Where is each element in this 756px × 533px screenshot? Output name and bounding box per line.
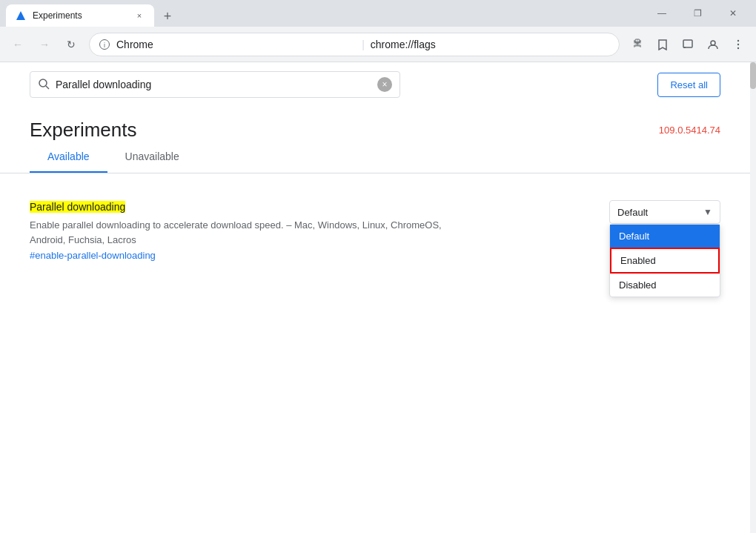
active-tab[interactable]: Experiments × [6, 4, 154, 27]
scrollbar[interactable] [750, 62, 756, 533]
tab-favicon [15, 10, 27, 21]
menu-button[interactable] [726, 33, 750, 56]
security-icon: i [99, 39, 110, 50]
main-content: × Reset all Experiments 109.0.5414.74 Av… [0, 62, 750, 533]
tab-available[interactable]: Available [30, 142, 107, 173]
dropdown-menu: Default Enabled Disabled [609, 224, 720, 297]
cast-button[interactable] [676, 33, 700, 56]
search-input[interactable] [56, 79, 371, 90]
dropdown-option-enabled[interactable]: Enabled [610, 248, 720, 274]
omnibox-url: chrome://flags [371, 39, 610, 50]
experiment-info: Parallel downloading Enable parallel dow… [30, 200, 474, 261]
titlebar: Experiments × + — ❐ ✕ [0, 0, 756, 27]
svg-point-5 [711, 41, 715, 45]
experiments-list: Parallel downloading Enable parallel dow… [0, 173, 750, 288]
search-icon [38, 78, 50, 92]
svg-point-6 [737, 39, 739, 41]
dropdown-button[interactable]: Default ▼ [609, 200, 720, 224]
search-clear-button[interactable]: × [377, 77, 392, 92]
omnibox[interactable]: i Chrome | chrome://flags [89, 33, 620, 56]
back-button[interactable]: ← [6, 33, 30, 56]
tabs: Available Unavailable [30, 142, 720, 173]
toolbar-actions [626, 33, 750, 56]
dropdown-option-disabled[interactable]: Disabled [610, 274, 720, 297]
close-window-button[interactable]: ✕ [716, 4, 750, 22]
tabs-container: Available Unavailable [0, 142, 750, 173]
experiment-link[interactable]: #enable-parallel-downloading [30, 250, 474, 261]
toolbar: ← → ↻ i Chrome | chrome://flags [0, 27, 756, 62]
svg-marker-0 [16, 11, 25, 20]
tab-unavailable[interactable]: Unavailable [107, 142, 197, 173]
forward-button[interactable]: → [33, 33, 56, 56]
svg-line-10 [46, 86, 49, 89]
svg-point-8 [737, 47, 739, 48]
version-text: 109.0.5414.74 [659, 125, 720, 136]
experiment-name: Parallel downloading [30, 201, 125, 213]
scrollbar-thumb[interactable] [750, 62, 756, 89]
svg-point-7 [737, 43, 739, 44]
experiment-description: Enable parallel downloading to accelerat… [30, 218, 474, 247]
dropdown-arrow-icon: ▼ [703, 207, 712, 217]
dropdown-option-default[interactable]: Default [610, 225, 720, 248]
page-title: Experiments [30, 119, 137, 142]
reset-all-button[interactable]: Reset all [657, 73, 720, 97]
search-bar[interactable]: × [30, 71, 400, 98]
share-button[interactable] [626, 33, 649, 56]
profile-button[interactable] [701, 33, 725, 56]
new-tab-button[interactable]: + [157, 6, 178, 27]
omnibox-origin: Chrome [116, 39, 356, 50]
bookmark-button[interactable] [651, 33, 674, 56]
svg-text:i: i [104, 42, 105, 49]
search-bar-container: × Reset all [0, 62, 750, 107]
omnibox-separator: | [362, 39, 365, 50]
dropdown-container: Default ▼ Default Enabled Disabled [609, 200, 720, 224]
reload-button[interactable]: ↻ [59, 33, 83, 56]
svg-rect-4 [683, 40, 692, 47]
tab-close-button[interactable]: × [133, 10, 145, 21]
experiments-header: Experiments 109.0.5414.74 [0, 107, 750, 142]
svg-point-9 [39, 79, 47, 87]
dropdown-current-value: Default [617, 207, 648, 218]
minimize-button[interactable]: — [645, 4, 679, 22]
tab-title: Experiments [33, 10, 127, 21]
content-area: × Reset all Experiments 109.0.5414.74 Av… [0, 62, 756, 533]
restore-button[interactable]: ❐ [680, 4, 714, 22]
experiment-item: Parallel downloading Enable parallel dow… [30, 188, 720, 273]
window-controls: — ❐ ✕ [645, 4, 750, 22]
